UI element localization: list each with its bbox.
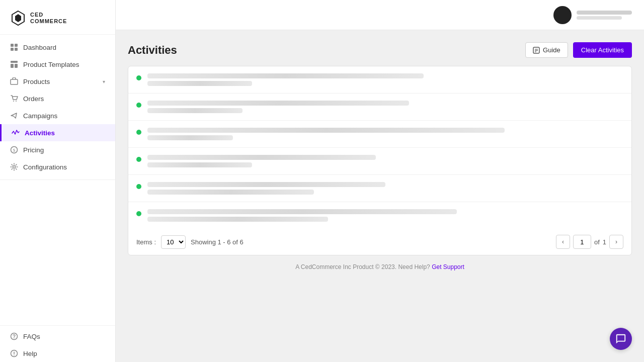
guide-button[interactable]: Guide bbox=[525, 42, 568, 58]
logo-area: CED COMMERCE bbox=[0, 0, 115, 35]
activity-text-line1 bbox=[147, 128, 505, 133]
activity-row bbox=[128, 175, 631, 202]
get-support-link[interactable]: Get Support bbox=[432, 263, 464, 270]
nav-configurations[interactable]: Configurations bbox=[0, 158, 115, 175]
svg-rect-5 bbox=[15, 48, 18, 51]
pagination-left: Items : 10 20 50 Showing 1 - 6 of 6 bbox=[136, 235, 244, 249]
nav-activities[interactable]: Activities bbox=[0, 124, 115, 141]
page-title: Activities bbox=[128, 44, 177, 57]
nav-products[interactable]: Products ▾ bbox=[0, 73, 115, 90]
nav-pricing[interactable]: $ Pricing bbox=[0, 141, 115, 158]
help-icon bbox=[10, 349, 18, 357]
activity-dot bbox=[136, 157, 141, 162]
header-actions: Guide Clear Activities bbox=[525, 42, 632, 58]
configurations-icon bbox=[10, 163, 18, 171]
chat-icon bbox=[615, 333, 626, 344]
activity-dot bbox=[136, 103, 141, 108]
nav-dashboard[interactable]: Dashboard bbox=[0, 39, 115, 56]
nav-faqs[interactable]: ? FAQs bbox=[0, 328, 115, 345]
activity-text-line1 bbox=[147, 209, 457, 214]
page-header: Activities Guide Clear Activities bbox=[128, 42, 632, 58]
user-profile[interactable] bbox=[553, 6, 632, 24]
template-icon bbox=[10, 60, 18, 68]
total-pages: 1 bbox=[603, 238, 606, 246]
svg-point-19 bbox=[14, 355, 15, 356]
orders-icon bbox=[10, 95, 18, 103]
pricing-icon: $ bbox=[10, 146, 18, 154]
activity-content bbox=[147, 155, 623, 167]
svg-rect-4 bbox=[11, 48, 14, 51]
nav-product-templates[interactable]: Product Templates bbox=[0, 56, 115, 73]
svg-point-14 bbox=[13, 166, 16, 168]
activity-text-line2 bbox=[147, 81, 252, 86]
activity-text-line1 bbox=[147, 73, 424, 78]
faq-icon: ? bbox=[10, 332, 18, 340]
nav-campaigns-label: Campaigns bbox=[23, 112, 57, 120]
content-area: Activities Guide Clear Activities bbox=[116, 30, 644, 362]
user-info bbox=[577, 11, 632, 20]
user-role-placeholder bbox=[577, 16, 622, 20]
of-label: of bbox=[594, 238, 600, 246]
guide-icon bbox=[533, 47, 540, 54]
avatar bbox=[553, 6, 572, 24]
nav-help[interactable]: Help bbox=[0, 345, 115, 362]
svg-rect-7 bbox=[11, 64, 14, 68]
activities-icon bbox=[12, 129, 20, 137]
svg-rect-6 bbox=[11, 61, 18, 63]
activity-dot bbox=[136, 211, 141, 216]
nav-help-label: Help bbox=[23, 350, 37, 357]
svg-text:$: $ bbox=[13, 148, 16, 153]
sidebar: CED COMMERCE Dashboard Product Templates… bbox=[0, 0, 116, 362]
campaigns-icon bbox=[10, 112, 18, 120]
activity-text-line2 bbox=[147, 162, 252, 167]
chevron-down-icon: ▾ bbox=[103, 79, 105, 84]
prev-page-button[interactable]: ‹ bbox=[556, 235, 570, 249]
activity-row bbox=[128, 202, 631, 229]
svg-rect-2 bbox=[11, 44, 14, 47]
activity-row bbox=[128, 148, 631, 175]
activity-content bbox=[147, 209, 623, 222]
next-page-button[interactable]: › bbox=[609, 235, 623, 249]
dashboard-icon bbox=[10, 43, 18, 51]
topbar bbox=[116, 0, 644, 30]
activity-text-line1 bbox=[147, 101, 409, 106]
svg-rect-9 bbox=[11, 79, 18, 84]
svg-point-11 bbox=[16, 101, 17, 102]
main-wrapper: Activities Guide Clear Activities bbox=[116, 0, 644, 362]
footer: A CedCommerce Inc Product © 2023. Need H… bbox=[128, 255, 632, 279]
nav-campaigns[interactable]: Campaigns bbox=[0, 107, 115, 124]
activity-content bbox=[147, 101, 623, 113]
items-per-page-select[interactable]: 10 20 50 bbox=[161, 235, 186, 249]
activity-text-line2 bbox=[147, 135, 233, 140]
pagination-right: ‹ of 1 › bbox=[556, 235, 623, 249]
brand-logo-icon bbox=[10, 10, 26, 26]
activity-text-line2 bbox=[147, 217, 328, 222]
nav-dashboard-label: Dashboard bbox=[23, 44, 56, 51]
nav-faqs-label: FAQs bbox=[23, 333, 40, 340]
nav-configurations-label: Configurations bbox=[23, 163, 67, 171]
activity-row bbox=[128, 121, 631, 148]
activity-list bbox=[128, 66, 631, 229]
clear-activities-button[interactable]: Clear Activities bbox=[573, 42, 632, 58]
nav-orders-label: Orders bbox=[23, 95, 44, 103]
activity-dot bbox=[136, 184, 141, 189]
activity-content bbox=[147, 73, 623, 86]
activity-row bbox=[128, 66, 631, 94]
activity-text-line1 bbox=[147, 155, 376, 160]
activity-text-line2 bbox=[147, 108, 243, 113]
page-number-input[interactable] bbox=[573, 235, 591, 249]
svg-marker-1 bbox=[15, 14, 21, 22]
svg-text:?: ? bbox=[13, 334, 16, 339]
nav-activities-label: Activities bbox=[25, 129, 55, 137]
showing-text: Showing 1 - 6 of 6 bbox=[191, 238, 244, 246]
activity-text-line1 bbox=[147, 182, 385, 187]
activity-row bbox=[128, 94, 631, 121]
activities-card: Items : 10 20 50 Showing 1 - 6 of 6 ‹ of… bbox=[128, 66, 632, 255]
activity-dot bbox=[136, 130, 141, 135]
activity-text-line2 bbox=[147, 190, 314, 195]
items-label: Items : bbox=[136, 238, 156, 246]
products-icon bbox=[10, 77, 18, 85]
nav-orders[interactable]: Orders bbox=[0, 90, 115, 107]
nav-products-label: Products bbox=[23, 78, 50, 85]
chat-button[interactable] bbox=[610, 328, 632, 350]
